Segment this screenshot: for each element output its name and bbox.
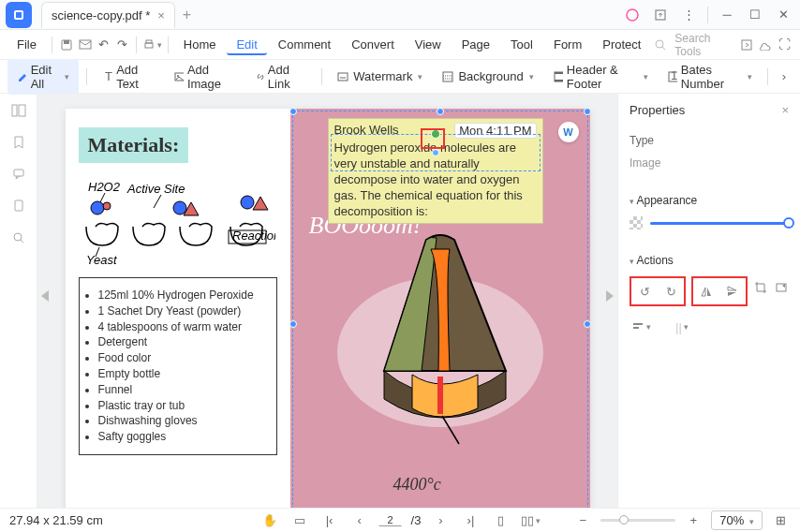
header-footer-button[interactable]: Header & Footer▾ [545,59,656,95]
menu-home[interactable]: Home [174,34,226,55]
materials-heading: Materials: [79,127,189,163]
next-page-handle[interactable] [606,290,614,302]
cloud-icon[interactable] [757,35,774,55]
close-window-button[interactable]: ✕ [770,2,796,28]
watermark-button[interactable]: Watermark▾ [329,66,430,87]
next-page-icon[interactable]: › [430,510,451,531]
svg-text:T: T [105,70,112,83]
align-button[interactable]: ▾ [630,316,652,338]
thumbnails-icon[interactable] [9,101,28,120]
crop-button[interactable] [753,276,768,299]
add-link-button[interactable]: Add Link [246,59,314,95]
list-item: 4 tablespoons of warm water [98,319,269,335]
print-icon[interactable]: ▾ [142,35,162,55]
list-item: Dishwashing gloves [98,413,269,429]
zoom-in-icon[interactable]: + [683,510,704,531]
svg-rect-7 [145,43,153,48]
opacity-slider[interactable] [650,222,789,225]
fit-page-icon[interactable]: ⊞ [770,510,791,531]
svg-marker-31 [253,197,268,210]
page-input[interactable] [379,514,402,526]
hand-tool-icon[interactable]: ✋ [259,510,280,531]
search-panel-icon[interactable] [9,229,28,247]
close-tab-icon[interactable]: × [157,8,165,22]
undo-icon[interactable]: ↶ [95,35,111,55]
menu-view[interactable]: View [406,34,451,55]
select-tool-icon[interactable]: ▭ [289,510,310,531]
share-icon[interactable] [647,2,674,28]
background-button[interactable]: Background▾ [434,66,541,87]
minimize-button[interactable]: ─ [714,2,740,28]
document-tab[interactable]: science-copy.pdf * × [41,2,175,28]
export-icon[interactable] [738,35,755,55]
ai-icon[interactable] [619,2,645,28]
svg-point-27 [103,202,111,210]
redo-icon[interactable]: ↷ [113,35,130,55]
menu-page[interactable]: Page [452,34,499,55]
first-page-icon[interactable]: |‹ [319,510,340,531]
list-item: Safty goggles [98,429,269,445]
svg-rect-24 [15,200,22,211]
close-panel-icon[interactable]: × [781,103,789,117]
maximize-button[interactable]: ☐ [742,2,768,28]
file-menu[interactable]: File [7,34,46,55]
flip-vertical-button[interactable] [721,280,744,303]
bookmark-icon[interactable] [9,133,28,152]
rotate-right-button[interactable]: ↻ [659,280,682,303]
word-badge-icon[interactable]: W [558,122,579,142]
add-tab-button[interactable]: + [183,7,191,23]
svg-rect-8 [146,40,152,43]
menubar: File ↶ ↷ ▾ Home Edit Comment Convert Vie… [0,30,800,60]
comment-panel-icon[interactable] [9,165,28,184]
svg-text:Yeast: Yeast [86,253,118,264]
menu-comment[interactable]: Comment [269,34,340,55]
svg-point-30 [241,196,254,209]
edit-all-button[interactable]: Edit All▾ [7,59,79,95]
sticky-note[interactable]: Brook Wells Mon 4:11 PM Hydrogen peroxid… [328,118,543,224]
prev-page-icon[interactable]: ‹ [349,510,370,531]
menu-tool[interactable]: Tool [501,34,542,55]
kebab-menu-icon[interactable]: ⋮ [675,2,702,28]
zoom-value[interactable]: 70% ▾ [711,510,763,530]
highlight-box-1 [421,128,445,149]
type-label: Type [630,134,789,147]
appearance-section[interactable]: Appearance [630,194,789,207]
svg-rect-23 [14,170,23,176]
add-text-button[interactable]: TAdd Text [95,59,162,95]
reaction-diagram: H2O2 Active Site Yeast Reaction [79,180,277,264]
canvas[interactable]: Materials: H2O2 Active Site [37,94,617,508]
bates-number-button[interactable]: 1Bates Number▾ [659,59,760,95]
prev-page-handle[interactable] [41,290,49,302]
single-page-icon[interactable]: ▯ [490,510,511,531]
flip-horizontal-button[interactable] [695,280,718,303]
menu-edit[interactable]: Edit [227,34,266,55]
titlebar: science-copy.pdf * × + ⋮ ─ ☐ ✕ [0,0,800,30]
list-item: 125ml 10% Hydrogen Peroxide [98,288,269,303]
search-icon[interactable] [653,35,670,55]
actions-section[interactable]: Actions [630,254,789,267]
save-icon[interactable] [58,35,75,55]
last-page-icon[interactable]: ›| [460,510,481,531]
list-item: 1 Sachet Dry Yeast (powder) [98,303,269,319]
svg-rect-10 [742,40,751,50]
page-left-column: Materials: H2O2 Active Site [66,109,290,508]
mail-icon[interactable] [77,35,94,55]
add-image-button[interactable]: Add Image [166,59,243,95]
rotate-left-button[interactable]: ↺ [633,280,656,303]
search-tools-input[interactable]: Search Tools [674,32,727,58]
tab-filename: science-copy.pdf * [52,8,150,22]
more-tools-icon[interactable]: › [776,66,793,87]
menu-protect[interactable]: Protect [593,34,650,55]
menu-form[interactable]: Form [544,34,591,55]
svg-rect-17 [555,72,563,74]
attachment-icon[interactable] [9,197,28,215]
continuous-page-icon[interactable]: ▯▯▾ [520,510,541,531]
type-value: Image [630,156,789,170]
menu-convert[interactable]: Convert [342,34,404,55]
transparency-icon [630,216,643,229]
expand-icon[interactable]: ⛶ [776,35,793,55]
zoom-slider[interactable] [600,519,675,522]
zoom-out-icon[interactable]: − [572,510,593,531]
replace-image-button[interactable] [774,276,789,299]
main-area: Materials: H2O2 Active Site [0,94,800,508]
